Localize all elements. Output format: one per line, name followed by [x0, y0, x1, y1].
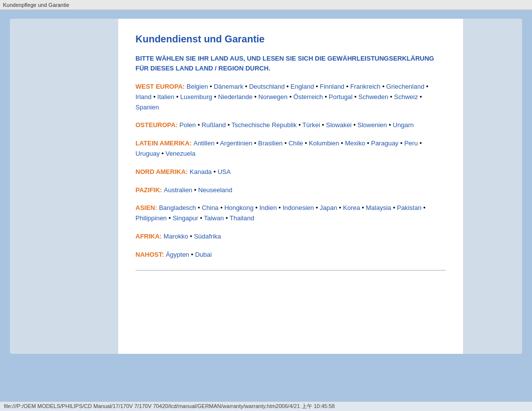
region-link[interactable]: Dänemark: [214, 83, 243, 90]
region-link[interactable]: Paraguay: [371, 139, 399, 147]
region-label-afrika: AFRIKA:: [135, 233, 164, 240]
region-link[interactable]: Spanien: [135, 103, 159, 111]
region-link[interactable]: Polen: [179, 121, 196, 129]
status-bar: file:///P:/OEM MODELS/PHILIPS/CD Manual/…: [0, 401, 532, 411]
region-link[interactable]: Mexiko: [345, 139, 365, 147]
region-link[interactable]: Thailand: [230, 214, 254, 222]
region-block-asien: ASIEN: Bangladesch • China • Hongkong • …: [135, 203, 446, 224]
page-title: Kundendienst und Garantie: [135, 34, 446, 45]
region-link[interactable]: Rußland: [201, 121, 226, 129]
title-bar-text: Kundenpflege und Garantie: [3, 2, 69, 8]
region-link[interactable]: Malaysia: [366, 204, 391, 211]
region-link[interactable]: Philippinen: [135, 214, 167, 222]
region-link[interactable]: Uruguay: [135, 150, 160, 157]
region-link[interactable]: Japan: [320, 204, 337, 211]
region-block-west-europa: WEST EUROPA: Belgien • Dänemark • Deutsc…: [135, 82, 446, 112]
region-link[interactable]: Antillen: [194, 139, 215, 147]
region-block-latein-amerika: LATEIN AMERIKA: Antillen • Argentinien •…: [135, 138, 446, 159]
region-block-pazifik: PAZIFIK: Australien • Neuseeland: [135, 185, 446, 196]
region-link[interactable]: Irland: [135, 93, 152, 101]
region-link[interactable]: Neuseeland: [198, 186, 232, 194]
region-link[interactable]: Dubai: [195, 251, 212, 258]
separator: [135, 270, 446, 271]
region-link[interactable]: Frankreich: [350, 83, 380, 90]
region-link[interactable]: Chile: [289, 139, 303, 147]
region-label-asien: ASIEN:: [135, 204, 159, 211]
region-link[interactable]: Indonesien: [283, 204, 314, 211]
region-link[interactable]: Pakistan: [397, 204, 422, 211]
region-link[interactable]: Deutschland: [249, 83, 285, 90]
region-label-pazifik: PAZIFIK:: [135, 186, 164, 194]
region-links-nord-amerika[interactable]: Kanada • USA: [190, 168, 231, 175]
region-link[interactable]: Singapur: [172, 214, 198, 222]
region-link[interactable]: Marokko: [164, 233, 188, 240]
region-link[interactable]: Kanada: [190, 168, 212, 175]
region-label-west-europa: WEST EUROPA:: [135, 83, 187, 90]
intro-text: BITTE WÄHLEN SIE IHR LAND AUS, UND LESEN…: [135, 54, 446, 73]
region-link[interactable]: Ägypten: [166, 251, 189, 258]
region-link[interactable]: Finnland: [320, 83, 344, 90]
region-link[interactable]: Bangladesch: [159, 204, 196, 211]
region-links-nahost[interactable]: Ägypten • Dubai: [166, 251, 211, 258]
region-link[interactable]: Belgien: [187, 83, 208, 90]
region-link[interactable]: Slowakei: [326, 121, 352, 129]
region-label-osteuropa: OSTEUROPA:: [135, 121, 179, 129]
region-link[interactable]: Argentinien: [220, 139, 252, 147]
content-panel: Kundendienst und Garantie BITTE WÄHLEN S…: [118, 19, 463, 354]
region-block-osteuropa: OSTEUROPA: Polen • Rußland • Tschechisch…: [135, 120, 446, 131]
region-link[interactable]: USA: [218, 168, 231, 175]
region-links-asien[interactable]: Bangladesch • China • Hongkong • Indien …: [135, 204, 426, 222]
region-link[interactable]: Italien: [157, 93, 174, 101]
region-link[interactable]: Luxemburg: [180, 93, 212, 101]
region-link[interactable]: Schweden: [359, 93, 389, 101]
region-link[interactable]: Niederlande: [218, 93, 253, 101]
region-link[interactable]: Tschechische Republik: [232, 121, 297, 129]
region-block-afrika: AFRIKA: Marokko • Südafrika: [135, 232, 446, 242]
region-link[interactable]: Taiwan: [204, 214, 224, 222]
region-links-osteuropa[interactable]: Polen • Rußland • Tschechische Republik …: [179, 121, 414, 129]
region-link[interactable]: Brasilien: [258, 139, 283, 147]
region-link[interactable]: Slowenien: [358, 121, 387, 129]
region-link[interactable]: Südafrika: [194, 233, 221, 240]
region-label-latein-amerika: LATEIN AMERIKA:: [135, 139, 194, 147]
region-link[interactable]: China: [202, 204, 219, 211]
region-link[interactable]: Indien: [259, 204, 276, 211]
region-links-pazifik[interactable]: Australien • Neuseeland: [164, 186, 233, 194]
region-link[interactable]: Kolumbien: [309, 139, 339, 147]
region-link[interactable]: Peru: [404, 139, 418, 147]
region-link[interactable]: Griechenland: [386, 83, 424, 90]
region-links-afrika[interactable]: Marokko • Südafrika: [164, 233, 221, 240]
regions-container: WEST EUROPA: Belgien • Dänemark • Deutsc…: [135, 82, 446, 260]
region-link[interactable]: Hongkong: [224, 204, 253, 211]
region-label-nord-amerika: NORD AMERIKA:: [135, 168, 190, 175]
region-link[interactable]: Österreich: [294, 93, 323, 101]
region-block-nord-amerika: NORD AMERIKA: Kanada • USA: [135, 167, 446, 177]
left-sidebar: [10, 19, 118, 354]
region-link[interactable]: Norwegen: [259, 93, 288, 101]
title-bar: Kundenpflege und Garantie: [0, 0, 532, 10]
region-block-nahost: NAHOST: Ägypten • Dubai: [135, 250, 446, 260]
status-bar-text: file:///P:/OEM MODELS/PHILIPS/CD Manual/…: [4, 403, 335, 410]
region-link[interactable]: Korea: [343, 204, 360, 211]
region-link[interactable]: England: [291, 83, 314, 90]
right-sidebar: [463, 19, 522, 354]
region-link[interactable]: Schweiz: [394, 93, 418, 101]
region-link[interactable]: Australien: [164, 186, 193, 194]
region-link[interactable]: Ungarn: [393, 121, 414, 129]
browser-main: Kundendienst und Garantie BITTE WÄHLEN S…: [0, 10, 532, 401]
page-area: Kundendienst und Garantie BITTE WÄHLEN S…: [0, 10, 532, 401]
region-link[interactable]: Venezuela: [166, 150, 196, 157]
region-link[interactable]: Portugal: [329, 93, 352, 101]
region-link[interactable]: Türkei: [302, 121, 320, 129]
region-label-nahost: NAHOST:: [135, 251, 166, 258]
